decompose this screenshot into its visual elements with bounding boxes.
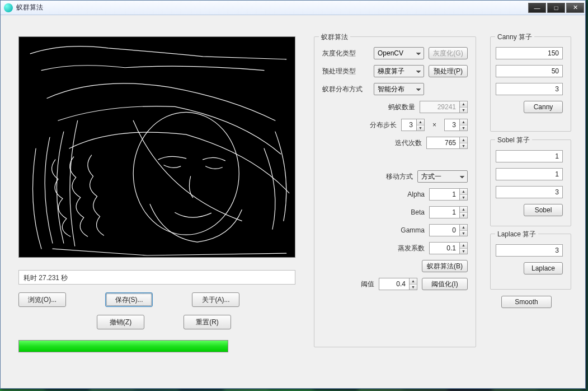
up-icon[interactable]: ▲ <box>460 119 467 125</box>
gamma-input[interactable] <box>429 224 460 236</box>
iter-label: 迭代次数 <box>395 138 422 148</box>
move-label: 移动方式 <box>386 172 413 181</box>
titlebar[interactable]: 蚁群算法 — □ ✕ <box>1 1 585 15</box>
browse-button[interactable]: 浏览(O)... <box>18 292 66 307</box>
status-text: 耗时 27.231 秒 <box>23 274 68 282</box>
down-icon[interactable]: ▼ <box>410 285 417 290</box>
threshold-button[interactable]: 阈值化(I) <box>422 278 468 290</box>
evap-input[interactable] <box>429 242 460 254</box>
app-icon <box>4 3 13 12</box>
window-title: 蚁群算法 <box>16 3 528 12</box>
laplace-group: Laplace 算子 Laplace <box>490 234 571 290</box>
run-aco-button[interactable]: 蚁群算法(B) <box>422 260 468 272</box>
smooth-button[interactable]: Smooth <box>501 296 552 308</box>
up-icon[interactable]: ▲ <box>460 189 467 195</box>
image-preview <box>18 36 295 258</box>
step-y-input[interactable] <box>444 119 460 131</box>
desktop: 蚁群算法 — □ ✕ <box>0 0 588 391</box>
times-symbol: × <box>429 121 440 129</box>
up-icon[interactable]: ▲ <box>417 119 424 125</box>
sobel-button[interactable]: Sobel <box>524 204 563 216</box>
minimize-button[interactable]: — <box>528 3 546 13</box>
step-x-spinner[interactable]: ▲▼ <box>401 119 425 131</box>
up-icon[interactable]: ▲ <box>460 207 467 213</box>
gamma-label: Gamma <box>401 226 425 234</box>
dist-select[interactable]: 智能分布 <box>374 83 424 95</box>
progress-bar <box>18 340 228 352</box>
sobel-group: Sobel 算子 Sobel <box>490 139 571 226</box>
sobel-v3-input[interactable] <box>496 186 563 198</box>
gray-button[interactable]: 灰度化(G) <box>429 47 468 59</box>
threshold-spinner[interactable]: ▲▼ <box>379 278 417 290</box>
reset-button[interactable]: 重置(R) <box>184 315 231 329</box>
down-icon[interactable]: ▼ <box>460 195 467 201</box>
about-button[interactable]: 关于(A)... <box>192 292 239 307</box>
close-button[interactable]: ✕ <box>566 3 584 13</box>
ants-spinner[interactable]: ▲▼ <box>420 101 468 113</box>
down-icon[interactable]: ▼ <box>460 125 467 131</box>
down-icon[interactable]: ▼ <box>460 108 467 113</box>
move-select[interactable]: 方式一 <box>417 170 468 183</box>
canny-legend: Canny 算子 <box>495 32 534 42</box>
down-icon[interactable]: ▼ <box>460 249 467 254</box>
window-controls: — □ ✕ <box>528 3 584 13</box>
ants-input[interactable] <box>420 101 460 113</box>
down-icon[interactable]: ▼ <box>460 231 467 236</box>
alpha-label: Alpha <box>407 190 425 198</box>
maximize-button[interactable]: □ <box>547 3 565 13</box>
evap-spinner[interactable]: ▲▼ <box>429 242 468 254</box>
aco-legend: 蚁群算法 <box>319 32 350 42</box>
status-bar: 耗时 27.231 秒 <box>18 270 295 285</box>
up-icon[interactable]: ▲ <box>460 137 467 143</box>
step-label: 分布步长 <box>370 120 397 130</box>
alpha-input[interactable] <box>429 188 460 201</box>
dist-label: 蚁群分布方式 <box>322 85 369 94</box>
down-icon[interactable]: ▼ <box>460 213 467 218</box>
app-window: 蚁群算法 — □ ✕ <box>0 0 586 389</box>
undo-button[interactable]: 撤销(Z) <box>97 315 144 329</box>
sobel-v1-input[interactable] <box>496 150 563 162</box>
canny-v2-input[interactable] <box>496 65 563 77</box>
main-buttons: 浏览(O)... 保存(S)... 关于(A)... 撤销(Z) 重置(R) <box>18 292 295 337</box>
alpha-spinner[interactable]: ▲▼ <box>429 188 468 201</box>
evap-label: 蒸发系数 <box>398 244 425 253</box>
canny-button[interactable]: Canny <box>524 101 563 113</box>
down-icon[interactable]: ▼ <box>417 125 424 131</box>
up-icon[interactable]: ▲ <box>460 243 467 249</box>
ants-label: 蚂蚁数量 <box>388 103 415 112</box>
save-button[interactable]: 保存(S)... <box>105 292 153 307</box>
canny-v3-input[interactable] <box>496 83 563 95</box>
laplace-v1-input[interactable] <box>496 244 563 257</box>
beta-input[interactable] <box>429 206 460 218</box>
pre-type-label: 预处理类型 <box>322 67 369 76</box>
beta-label: Beta <box>411 208 425 216</box>
beta-spinner[interactable]: ▲▼ <box>429 206 468 218</box>
iter-spinner[interactable]: ▲▼ <box>426 137 468 149</box>
client-area: 耗时 27.231 秒 浏览(O)... 保存(S)... 关于(A)... 撤… <box>1 15 585 388</box>
canny-group: Canny 算子 Canny <box>490 36 571 132</box>
step-y-spinner[interactable]: ▲▼ <box>444 119 468 131</box>
sobel-legend: Sobel 算子 <box>495 136 532 145</box>
gray-type-select[interactable]: OpenCV <box>374 47 424 59</box>
edge-output-image <box>19 37 295 257</box>
gamma-spinner[interactable]: ▲▼ <box>429 224 468 236</box>
pre-type-select[interactable]: 梯度算子 <box>374 65 424 77</box>
up-icon[interactable]: ▲ <box>460 225 467 231</box>
progress-fill <box>19 341 228 352</box>
aco-group: 蚁群算法 灰度化类型 OpenCV 灰度化(G) 预处理类型 梯度算子 预处理(… <box>314 36 476 347</box>
laplace-button[interactable]: Laplace <box>524 262 563 274</box>
canny-v1-input[interactable] <box>496 47 563 59</box>
threshold-label: 阈值 <box>361 280 374 289</box>
threshold-input[interactable] <box>379 278 410 290</box>
gray-type-label: 灰度化类型 <box>322 49 369 58</box>
pre-button[interactable]: 预处理(P) <box>429 65 468 77</box>
sobel-v2-input[interactable] <box>496 168 563 180</box>
step-x-input[interactable] <box>401 119 417 131</box>
up-icon[interactable]: ▲ <box>410 278 417 285</box>
laplace-legend: Laplace 算子 <box>495 230 538 239</box>
iter-input[interactable] <box>426 137 460 149</box>
down-icon[interactable]: ▼ <box>460 143 467 149</box>
up-icon[interactable]: ▲ <box>460 101 467 108</box>
